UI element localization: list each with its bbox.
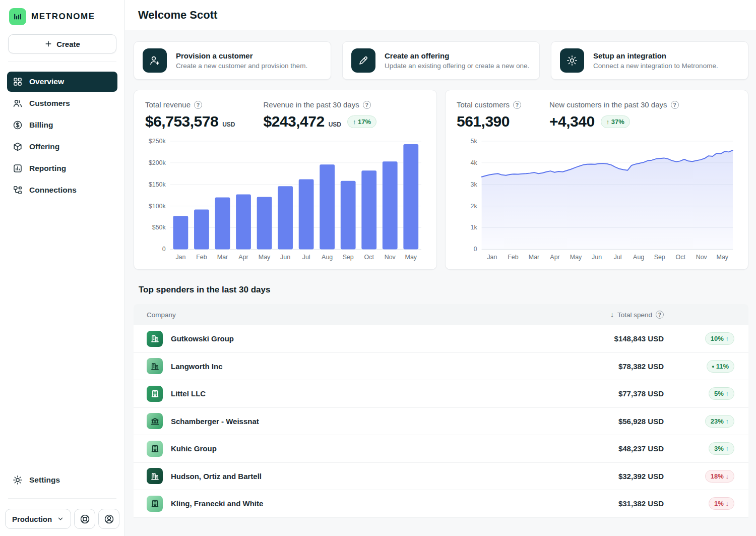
environment-label: Production [12, 515, 52, 523]
charts-row: Total revenue $6,753,578 USD Revenue in … [134, 90, 748, 270]
svg-text:3k: 3k [471, 181, 478, 188]
stat-value: $243,472 [264, 113, 325, 130]
pen-icon [351, 48, 375, 73]
svg-text:Apr: Apr [550, 254, 559, 261]
report-icon [13, 163, 23, 173]
main-area: Welcome Scott Provision a customerCreate… [125, 0, 756, 536]
table-row[interactable]: Littel LLC$77,378 USD5% ↑ [134, 380, 748, 408]
sidebar-item-billing[interactable]: Billing [7, 115, 117, 135]
total-spend-value: $48,237 USD [553, 444, 664, 453]
metronome-logo-icon [9, 8, 26, 25]
sidebar-item-offering[interactable]: Offering [7, 137, 117, 157]
action-cards-row: Provision a customerCreate a new custome… [134, 41, 748, 80]
gear-icon [560, 48, 584, 73]
revenue-30d-stat: Revenue in the past 30 days $243,472 USD… [264, 100, 377, 130]
sidebar-divider [8, 498, 116, 499]
company-column-header[interactable]: Company [147, 311, 553, 319]
table-header-row: Company ↓ Total spend [134, 304, 748, 325]
account-button[interactable] [98, 509, 119, 529]
sidebar-item-connections[interactable]: Connections [7, 180, 117, 200]
svg-text:2k: 2k [471, 203, 478, 210]
table-row[interactable]: Schamberger - Weissnat$56,928 USD23% ↑ [134, 408, 748, 436]
total-revenue-stat: Total revenue $6,753,578 USD [145, 100, 235, 130]
stat-unit: USD [222, 121, 235, 128]
dollar-icon [13, 120, 23, 130]
svg-text:May: May [405, 254, 417, 261]
company-name: Kuhic Group [171, 444, 217, 453]
brand-logo: METRONOME [0, 0, 124, 30]
total-spend-value: $78,382 USD [553, 362, 664, 371]
customers-card: Total customers 561,390 New customers in… [445, 90, 748, 270]
company-name: Kling, Franecki and White [171, 499, 263, 508]
table-row[interactable]: Gutkowski Group$148,843 USD10% ↑ [134, 325, 748, 353]
revenue-card: Total revenue $6,753,578 USD Revenue in … [134, 90, 437, 270]
sidebar-item-reporting[interactable]: Reporting [7, 158, 117, 178]
svg-text:$50k: $50k [152, 224, 166, 231]
help-icon[interactable] [671, 101, 679, 109]
total-spend-value: $148,843 USD [553, 334, 664, 343]
svg-text:Sep: Sep [654, 254, 665, 261]
company-buildings-icon [147, 468, 163, 484]
svg-text:May: May [259, 254, 271, 261]
help-icon[interactable] [363, 101, 371, 109]
svg-text:Nov: Nov [385, 254, 396, 261]
sidebar-item-customers[interactable]: Customers [7, 93, 117, 113]
sidebar-item-label: Reporting [29, 164, 66, 173]
action-card-setup-an-integration[interactable]: Setup an integrationConnect a new integr… [551, 41, 748, 80]
svg-text:$150k: $150k [149, 181, 166, 188]
help-button[interactable] [74, 509, 95, 529]
grid-icon [13, 77, 23, 87]
svg-text:4k: 4k [471, 159, 478, 166]
user-circle-icon [104, 514, 114, 524]
total-spend-value: $56,928 USD [553, 417, 664, 426]
action-card-provision-a-customer[interactable]: Provision a customerCreate a new custome… [134, 41, 331, 80]
stat-label: New customers in the past 30 days [549, 100, 667, 109]
company-building-icon [147, 496, 163, 512]
revenue-bar-chart: 0$50k$100k$150k$200k$250kJanFebMarAprMay… [145, 137, 425, 262]
company-buildings-icon [147, 358, 163, 374]
svg-text:Oct: Oct [676, 254, 686, 261]
company-name: Hudson, Ortiz and Bartell [171, 472, 262, 481]
svg-text:Feb: Feb [508, 254, 518, 261]
page-title: Welcome Scott [138, 9, 743, 22]
help-icon[interactable] [656, 311, 664, 319]
company-name: Gutkowski Group [171, 334, 234, 343]
environment-selector[interactable]: Production [5, 509, 71, 529]
sidebar: METRONOME Create OverviewCustomersBillin… [0, 0, 125, 536]
sidebar-item-overview[interactable]: Overview [7, 72, 117, 92]
users-icon [13, 98, 23, 108]
company-building-icon [147, 386, 163, 402]
total-spend-value: $31,382 USD [553, 499, 664, 508]
box-icon [13, 142, 23, 152]
svg-text:0: 0 [162, 246, 166, 253]
stat-value: +4,340 [549, 113, 595, 130]
table-row[interactable]: Kuhic Group$48,237 USD3% ↑ [134, 435, 748, 463]
section-title: Top spenders in the last 30 days [139, 285, 748, 295]
total-customers-stat: Total customers 561,390 [457, 100, 521, 130]
table-body: Gutkowski Group$148,843 USD10% ↑Langwort… [134, 325, 748, 518]
action-card-create-an-offering[interactable]: Create an offeringUpdate an existing off… [342, 41, 540, 80]
spend-column-header[interactable]: ↓ Total spend [553, 311, 664, 319]
svg-text:$200k: $200k [149, 159, 166, 166]
svg-text:5k: 5k [471, 138, 478, 145]
help-icon[interactable] [513, 101, 521, 109]
create-button-label: Create [56, 40, 80, 48]
settings-label: Settings [29, 475, 60, 485]
svg-text:Jan: Jan [487, 254, 497, 261]
svg-text:Aug: Aug [633, 254, 644, 261]
sidebar-item-label: Billing [29, 121, 53, 130]
create-button[interactable]: Create [8, 34, 116, 53]
svg-text:1k: 1k [471, 224, 478, 231]
table-row[interactable]: Langworth Inc$78,382 USD• 11% [134, 353, 748, 381]
table-row[interactable]: Hudson, Ortiz and Bartell$32,392 USD18% … [134, 463, 748, 491]
change-badge: 1% ↓ [709, 497, 734, 510]
svg-text:Apr: Apr [238, 254, 248, 261]
help-icon[interactable] [194, 101, 202, 109]
company-name: Littel LLC [171, 389, 206, 398]
svg-text:Jun: Jun [280, 254, 290, 261]
table-row[interactable]: Kling, Franecki and White$31,382 USD1% ↓ [134, 490, 748, 518]
sidebar-item-label: Overview [29, 77, 64, 86]
total-spend-value: $77,378 USD [553, 389, 664, 398]
sidebar-item-settings[interactable]: Settings [7, 470, 117, 490]
svg-text:Jul: Jul [614, 254, 622, 261]
